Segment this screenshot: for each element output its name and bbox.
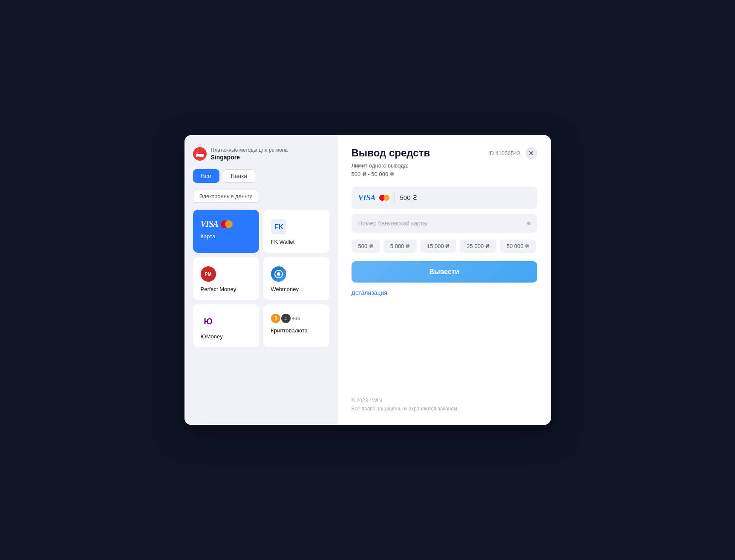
crypto-card-name: Криптовалюта: [271, 327, 308, 334]
limit-line2: 500 ₴ - 50 000 ₴: [352, 171, 394, 177]
mc-small: [379, 194, 389, 201]
limit-text: Лимит одного вывода: 500 ₴ - 50 000 ₴: [352, 162, 537, 178]
region-name: Singapore: [211, 154, 288, 161]
svg-point-2: [277, 272, 280, 276]
visa-card-name: Карта: [201, 233, 216, 240]
fk-icon: FK: [271, 219, 286, 234]
amount-value: 500 ₴: [400, 194, 418, 202]
yu-card-name: ЮMoney: [201, 333, 223, 340]
tab-all[interactable]: Все: [193, 169, 219, 183]
modal-footer: © 2023 1WIN Все права защищены и охраняю…: [352, 388, 537, 413]
yu-text: Ю: [204, 317, 213, 326]
dot-icon: [527, 222, 530, 225]
btc-icon: ₿: [271, 314, 280, 323]
filter-tag-emoney[interactable]: Электронные деньги: [193, 190, 259, 203]
svg-text:FK: FK: [274, 223, 284, 231]
close-button[interactable]: ✕: [525, 147, 537, 159]
region-info: Платежные методы для региона Singapore: [211, 147, 288, 161]
mc-logo: [221, 220, 233, 228]
yu-icon: Ю: [201, 314, 216, 329]
card-number-row[interactable]: Номер банковской карты: [352, 214, 537, 233]
payment-card-crypto[interactable]: ₿ Ξ +16 Криптовалюта: [263, 304, 329, 347]
amount-chip-50000[interactable]: 50 000 ₴: [500, 240, 536, 253]
region-header: 🇸🇬 Платежные методы для региона Singapor…: [193, 147, 329, 161]
yu-logo: Ю: [201, 314, 216, 329]
payment-card-pm[interactable]: PM Perfect Money: [193, 257, 259, 300]
crypto-plus-badge: +16: [292, 316, 300, 321]
visa-logo-text: VISA: [201, 219, 219, 229]
limit-line1: Лимит одного вывода:: [352, 162, 409, 169]
vertical-divider: [395, 193, 395, 203]
withdraw-button[interactable]: Вывести: [352, 261, 537, 283]
card-number-placeholder: Номер банковской карты: [358, 220, 428, 227]
left-panel: 🇸🇬 Платежные методы для региона Singapor…: [184, 135, 338, 425]
amount-chip-5000[interactable]: 5 000 ₴: [383, 240, 417, 253]
right-panel: Вывод средств ID 41056543 ✕ Лимит одного…: [338, 135, 551, 425]
visa-blue-text: VISA: [358, 193, 376, 202]
amount-logo: VISA: [358, 193, 389, 202]
withdraw-title: Вывод средств: [352, 147, 430, 159]
header-right: ID 41056543 ✕: [488, 147, 537, 159]
amount-chip-500[interactable]: 500 ₴: [352, 240, 380, 253]
right-header: Вывод средств ID 41056543 ✕: [352, 147, 537, 159]
payment-methods-grid: VISA Карта FK FK Wallet: [193, 210, 329, 347]
pm-logo: PM: [201, 266, 216, 282]
amount-chip-25000[interactable]: 25 000 ₴: [460, 240, 496, 253]
region-label: Платежные методы для региона: [211, 147, 288, 154]
wm-card-name: Webmoney: [271, 286, 299, 292]
tab-banks[interactable]: Банки: [223, 169, 256, 183]
footer-rights: Все права защищены и охраняются законом.: [352, 406, 459, 412]
payment-card-yu[interactable]: Ю ЮMoney: [193, 304, 259, 347]
details-link[interactable]: Детализация: [352, 289, 537, 296]
wm-logo: [271, 266, 286, 282]
eth-icon: Ξ: [281, 314, 291, 323]
payment-card-visa[interactable]: VISA Карта: [193, 210, 259, 253]
quick-amounts: 500 ₴ 5 000 ₴ 15 000 ₴ 25 000 ₴ 50 000 ₴: [352, 240, 537, 253]
amount-chip-15000[interactable]: 15 000 ₴: [420, 240, 456, 253]
fk-logo: FK: [271, 219, 286, 234]
footer-text: © 2023 1WIN Все права защищены и охраняю…: [352, 397, 537, 413]
pm-card-name: Perfect Money: [201, 286, 236, 292]
filter-tabs: Все Банки: [193, 169, 329, 183]
mc-s-right: [383, 195, 389, 201]
visa-mc-logo: VISA: [201, 219, 233, 229]
payment-card-wm[interactable]: Webmoney: [263, 257, 329, 300]
pm-icon: PM: [201, 266, 216, 282]
transaction-id: ID 41056543: [488, 150, 520, 156]
payment-card-fk[interactable]: FK FK Wallet: [263, 210, 329, 253]
amount-row: VISA 500 ₴: [352, 187, 537, 209]
flag-icon: 🇸🇬: [193, 147, 207, 161]
crypto-icons: ₿ Ξ +16: [271, 314, 300, 323]
crypto-logo: ₿ Ξ +16: [271, 314, 300, 323]
footer-copyright: © 2023 1WIN: [352, 398, 382, 404]
modal-dialog: 🇸🇬 Платежные методы для региона Singapor…: [184, 135, 551, 425]
fk-card-name: FK Wallet: [271, 239, 295, 245]
wm-icon: [271, 266, 286, 282]
mc-circle-right: [225, 220, 233, 228]
